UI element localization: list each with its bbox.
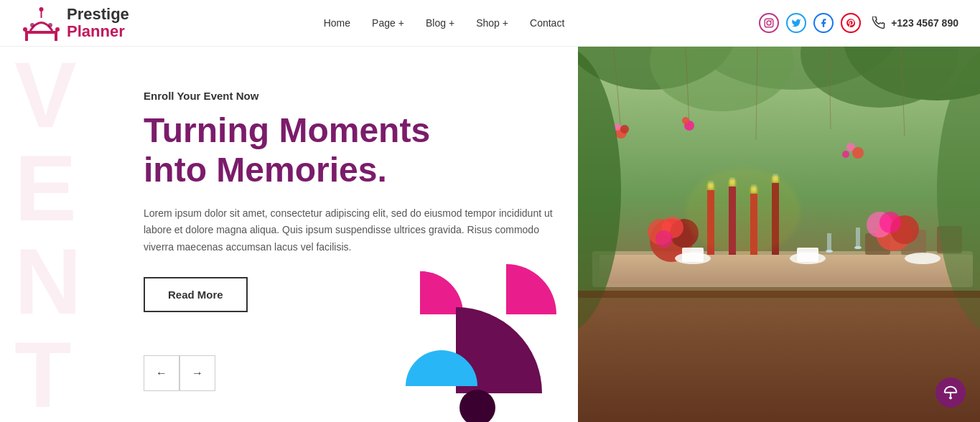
phone-number: +123 4567 890 <box>891 17 958 29</box>
svg-point-71 <box>842 151 849 158</box>
nav-page[interactable]: Page + <box>372 17 404 29</box>
svg-rect-60 <box>682 248 704 262</box>
svg-point-4 <box>55 27 60 32</box>
nav-shop[interactable]: Shop + <box>476 17 508 29</box>
watermark: V E N T <box>14 47 78 422</box>
svg-rect-73 <box>578 291 980 298</box>
svg-rect-2 <box>25 31 57 34</box>
event-image-svg <box>578 47 980 422</box>
logo-prestige: Prestige <box>67 6 129 23</box>
svg-point-8 <box>48 23 52 27</box>
svg-rect-65 <box>856 228 860 248</box>
svg-point-59 <box>905 253 941 264</box>
nav-arrows: ← → <box>144 355 578 391</box>
right-panel <box>578 47 980 422</box>
hero-title: Turning Moments into Memories. <box>144 111 503 189</box>
scroll-top-button[interactable] <box>935 378 966 408</box>
twitter-icon[interactable] <box>786 13 806 33</box>
svg-point-12 <box>459 390 495 422</box>
next-arrow[interactable]: → <box>179 355 215 391</box>
main-nav: Home Page + Blog + Shop + Contact <box>324 17 565 29</box>
facebook-icon[interactable] <box>813 13 834 33</box>
logo-planner: Planner <box>67 23 129 40</box>
pinterest-icon[interactable] <box>841 13 861 33</box>
logo-text: Prestige Planner <box>67 6 129 40</box>
svg-point-10 <box>767 21 771 25</box>
left-panel: V E N T Enroll Your Event Now Turning Mo… <box>0 47 578 422</box>
svg-point-54 <box>879 212 901 233</box>
header: Prestige Planner Home Page + Blog + Shop… <box>0 0 980 47</box>
umbrella-icon <box>943 385 958 400</box>
svg-point-6 <box>39 7 44 11</box>
svg-rect-72 <box>578 291 980 422</box>
social-icons <box>759 13 861 33</box>
phone-icon <box>871 15 887 31</box>
logo-icon <box>22 4 61 43</box>
header-right: +123 4567 890 <box>759 13 958 33</box>
phone-area[interactable]: +123 4567 890 <box>871 15 958 31</box>
svg-point-7 <box>30 23 34 27</box>
nav-home[interactable]: Home <box>324 17 350 29</box>
svg-rect-63 <box>827 233 831 252</box>
svg-point-11 <box>770 20 772 22</box>
svg-point-66 <box>686 169 801 255</box>
read-more-button[interactable]: Read More <box>144 277 248 312</box>
event-hero-image <box>578 47 980 422</box>
logo[interactable]: Prestige Planner <box>22 4 129 43</box>
watermark-letters: V E N T <box>14 48 78 421</box>
enroll-label: Enroll Your Event Now <box>144 90 578 102</box>
prev-arrow[interactable]: ← <box>144 355 179 391</box>
svg-point-26 <box>620 125 629 133</box>
svg-point-28 <box>682 117 689 124</box>
svg-point-3 <box>23 27 27 32</box>
nav-blog[interactable]: Blog + <box>426 17 454 29</box>
svg-point-70 <box>852 147 864 159</box>
main-content: V E N T Enroll Your Event Now Turning Mo… <box>0 47 980 422</box>
svg-rect-9 <box>765 19 773 27</box>
svg-point-50 <box>655 230 673 248</box>
content-area: Enroll Your Event Now Turning Moments in… <box>144 90 578 391</box>
svg-rect-61 <box>797 248 818 262</box>
instagram-icon[interactable] <box>759 13 779 33</box>
nav-contact[interactable]: Contact <box>530 17 564 29</box>
hero-description: Lorem ipsum dolor sit amet, consectetur … <box>144 205 553 255</box>
